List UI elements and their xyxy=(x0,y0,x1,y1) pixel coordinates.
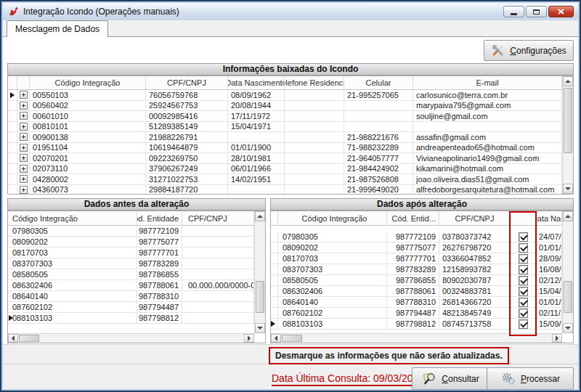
scroll-down-button[interactable] xyxy=(255,323,265,333)
scroll-up-button[interactable] xyxy=(563,211,573,221)
expand-plus-icon[interactable] xyxy=(20,123,28,131)
table-row[interactable]: 006010100009298541617/11/1972souljine@gm… xyxy=(8,111,562,122)
table-row[interactable]: 088103103987798812 xyxy=(8,313,254,324)
cell-codigo-integracao: 00900138 xyxy=(30,132,146,142)
update-checkbox[interactable] xyxy=(519,265,528,274)
expand-plus-icon[interactable] xyxy=(20,154,28,162)
row-expand-cell xyxy=(17,101,30,111)
scroll-left-button[interactable] xyxy=(271,334,281,343)
expand-plus-icon[interactable] xyxy=(20,165,28,173)
close-button[interactable] xyxy=(548,6,574,17)
minimize-button[interactable] xyxy=(503,6,524,17)
update-checkbox[interactable] xyxy=(519,243,528,253)
table-row[interactable]: 043600732988418772021-999649020alfredobo… xyxy=(8,185,562,195)
cell-data-nascimento: 15/04/19 xyxy=(537,286,562,296)
cell-data-nascimento: 15/09/19 xyxy=(537,319,562,329)
scroll-up-button[interactable] xyxy=(563,76,573,86)
table-row[interactable]: 08090202987775077 xyxy=(8,237,254,248)
table-row[interactable]: 08580505987786855 xyxy=(8,269,254,280)
expand-plus-icon[interactable] xyxy=(20,102,28,110)
table-row[interactable]: 005604022592456775320/08/1944marypaiva79… xyxy=(8,101,562,112)
table-row[interactable]: 008101015128938514915/04/1971 xyxy=(8,122,562,133)
column-header[interactable]: CPF/CNPJ xyxy=(182,211,254,225)
table-row[interactable]: 042800023127102275314/02/195121-98752680… xyxy=(8,174,562,185)
before-horizontal-scrollbar[interactable] xyxy=(8,333,254,343)
scroll-down-button[interactable] xyxy=(563,184,573,194)
update-checkbox[interactable] xyxy=(519,309,528,318)
table-row[interactable]: 081707039877777010336604785228/09/19 xyxy=(271,253,562,264)
column-header[interactable]: Código Integração xyxy=(8,211,137,225)
expand-plus-icon[interactable] xyxy=(20,91,28,99)
scroll-up-button[interactable] xyxy=(255,211,265,221)
after-horizontal-scrollbar[interactable] xyxy=(271,333,562,343)
update-checkbox[interactable] xyxy=(519,287,528,296)
consultar-button[interactable]: Consultar xyxy=(412,367,489,390)
table-row[interactable]: 005501037605675976808/09/196221-99525706… xyxy=(8,90,562,101)
table-row[interactable]: 020702010922326975028/10/198121-96405777… xyxy=(8,153,562,164)
scroll-right-button[interactable] xyxy=(244,334,254,343)
column-header[interactable]: CPF/CNPJ xyxy=(439,211,511,225)
scroll-thumb[interactable] xyxy=(19,335,39,342)
table-row[interactable]: 079803059877721090378037374224/07/19 xyxy=(271,232,562,242)
expand-plus-icon[interactable] xyxy=(20,133,28,141)
table-row[interactable]: 080902029877750772627679872001/01/19 xyxy=(271,242,562,253)
scroll-thumb[interactable] xyxy=(564,281,572,313)
column-header[interactable]: Cód. Entid... xyxy=(387,211,439,225)
column-header[interactable]: E-mail xyxy=(413,76,562,89)
cell-codigo-integracao: 08170703 xyxy=(8,248,137,258)
icondo-vertical-scrollbar[interactable] xyxy=(562,76,573,194)
table-row[interactable]: 0863024069877880610032488378115/04/19 xyxy=(271,286,562,297)
scroll-thumb[interactable] xyxy=(282,335,302,342)
column-header[interactable]: Celular xyxy=(344,76,413,89)
table-row[interactable]: 020731103790626724906/01/196621-98442490… xyxy=(8,164,562,175)
expand-plus-icon[interactable] xyxy=(20,112,28,120)
table-row[interactable]: 019511041061946487901/01/190071-98823228… xyxy=(8,143,562,154)
tab-mesclagem-de-dados[interactable]: Mesclagem de Dados xyxy=(7,20,108,37)
expand-plus-icon[interactable] xyxy=(20,186,28,194)
after-vertical-scrollbar[interactable] xyxy=(562,211,573,333)
update-checkbox[interactable] xyxy=(519,276,528,285)
current-row-marker xyxy=(10,92,15,98)
column-header[interactable]: Data Nasc xyxy=(537,211,562,225)
before-vertical-scrollbar[interactable] xyxy=(254,211,265,333)
maximize-button[interactable] xyxy=(526,6,547,17)
cell-codigo-integracao: 01951104 xyxy=(30,143,146,153)
update-checkbox[interactable] xyxy=(519,254,528,264)
icondo-grid-title: Informações baixadas do Icondo xyxy=(7,63,574,75)
processar-button[interactable]: Processar xyxy=(487,367,574,390)
window-title: Integração Icondo (Operações manuais) xyxy=(23,7,179,17)
table-row[interactable]: 08640140987788310 xyxy=(8,291,254,302)
column-header[interactable]: CPF/CNPJ xyxy=(146,76,228,89)
table-row[interactable]: 009001382198822679121-988221676assafin@g… xyxy=(8,132,562,143)
update-checkbox[interactable] xyxy=(519,319,528,329)
table-row[interactable]: 086401409877883102681436672001/01/19 xyxy=(271,297,562,308)
table-row[interactable]: 0876021029877944874821384574902/11/19 xyxy=(271,308,562,319)
column-header[interactable]: Código Integração xyxy=(30,76,146,89)
column-header[interactable]: Data Nascimento xyxy=(228,76,285,89)
app-window: Integração Icondo (Operações manuais) Me… xyxy=(0,0,581,392)
cell-codigo-integracao: 08640140 xyxy=(8,291,137,301)
column-header[interactable]: Cód. Entidade xyxy=(137,211,182,225)
table-row[interactable]: 08170703987777701 xyxy=(8,248,254,258)
table-row[interactable]: 087602102987794487 xyxy=(8,302,254,313)
table-row[interactable]: 085805059877868558090203078702/12/19 xyxy=(271,275,562,286)
table-row[interactable]: 08630240698778806100.000.000/0000-00 xyxy=(8,280,254,291)
scroll-left-button[interactable] xyxy=(8,334,18,343)
column-header[interactable] xyxy=(511,211,537,225)
table-row[interactable]: 0881031039877988120874571375815/09/19 xyxy=(271,319,562,330)
update-checkbox[interactable] xyxy=(519,232,528,242)
scroll-thumb[interactable] xyxy=(256,281,264,313)
expand-plus-icon[interactable] xyxy=(20,175,28,183)
column-header[interactable]: Código Integração xyxy=(278,211,387,225)
table-row[interactable]: 0837073039877832891215899378216/08/19 xyxy=(271,264,562,275)
scroll-thumb[interactable] xyxy=(564,88,572,153)
update-checkbox[interactable] xyxy=(519,298,528,307)
expand-plus-icon[interactable] xyxy=(20,144,28,152)
scroll-down-button[interactable] xyxy=(563,323,573,333)
configuracoes-button[interactable]: Configurações xyxy=(484,40,574,61)
column-header[interactable]: Telefone Residencial xyxy=(285,76,344,89)
scroll-right-button[interactable] xyxy=(552,334,562,343)
row-marker-cell xyxy=(8,122,17,132)
table-row[interactable]: 083707303987783289 xyxy=(8,258,254,269)
table-row[interactable]: 07980305987772109 xyxy=(8,226,254,237)
